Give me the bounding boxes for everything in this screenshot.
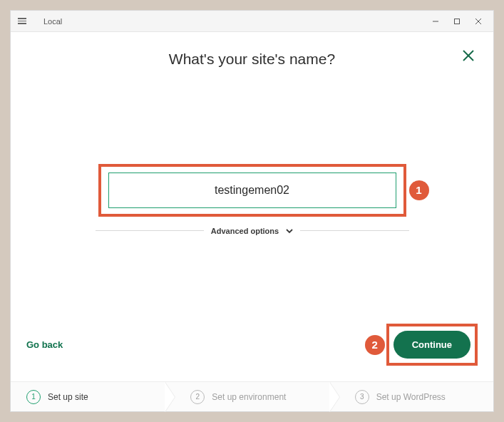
stepper: 1 Set up site 2 Set up environment 3 Set… bbox=[11, 381, 493, 411]
advanced-options-toggle[interactable]: Advanced options bbox=[96, 227, 409, 235]
hamburger-menu-icon[interactable] bbox=[18, 16, 29, 27]
site-name-input[interactable] bbox=[108, 173, 396, 208]
divider-left bbox=[96, 230, 204, 231]
window-controls bbox=[425, 11, 489, 32]
titlebar: Local bbox=[11, 11, 493, 32]
step-setup-wordpress[interactable]: 3 Set up WordPress bbox=[339, 390, 493, 404]
chevron-down-icon bbox=[286, 227, 293, 235]
step-number: 2 bbox=[190, 390, 205, 404]
step-label: Set up environment bbox=[212, 392, 286, 402]
step-separator bbox=[165, 382, 175, 412]
step-number: 3 bbox=[355, 390, 369, 404]
minimize-button[interactable] bbox=[425, 11, 446, 32]
step-setup-environment[interactable]: 2 Set up environment bbox=[175, 390, 329, 404]
app-window: Local What's your site's name? 1 bbox=[10, 10, 494, 412]
svg-rect-1 bbox=[455, 19, 460, 24]
footer-actions: Go back 2 Continue bbox=[11, 324, 493, 381]
annotation-highlight-2: 2 Continue bbox=[386, 324, 478, 366]
continue-button[interactable]: Continue bbox=[394, 331, 470, 359]
window-close-button[interactable] bbox=[468, 11, 489, 32]
step-setup-site[interactable]: 1 Set up site bbox=[11, 390, 165, 404]
app-title: Local bbox=[43, 17, 62, 26]
step-separator bbox=[329, 382, 339, 412]
annotation-badge-1: 1 bbox=[409, 180, 429, 200]
maximize-button[interactable] bbox=[446, 11, 468, 32]
step-label: Set up site bbox=[48, 392, 88, 402]
advanced-options-label: Advanced options bbox=[211, 227, 279, 235]
page-title: What's your site's name? bbox=[11, 51, 493, 68]
step-number: 1 bbox=[26, 390, 41, 404]
annotation-badge-2: 2 bbox=[365, 335, 385, 355]
form-area: 1 Advanced options bbox=[11, 68, 493, 324]
step-label: Set up WordPress bbox=[376, 392, 446, 402]
content-area: What's your site's name? 1 Advanced opti… bbox=[11, 32, 493, 411]
annotation-highlight-1: 1 bbox=[98, 164, 406, 217]
close-icon[interactable] bbox=[462, 49, 475, 65]
go-back-link[interactable]: Go back bbox=[26, 339, 63, 350]
divider-right bbox=[300, 230, 408, 231]
